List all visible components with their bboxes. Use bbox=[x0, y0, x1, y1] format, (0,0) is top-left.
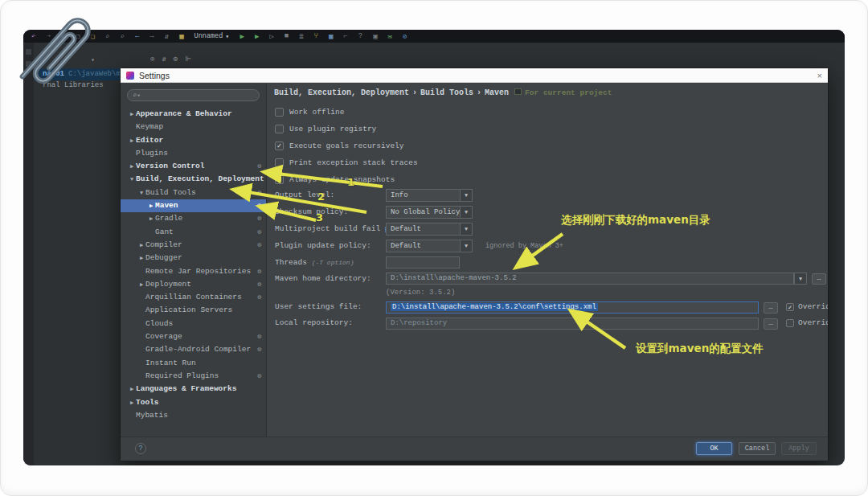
tree-item-version-control[interactable]: ▶Version Control⚙ bbox=[121, 160, 266, 173]
tree-item-instant-run[interactable]: Instant Run bbox=[121, 357, 266, 370]
tree-item-build-tools[interactable]: ▼Build Tools⚙ bbox=[121, 187, 266, 199]
help-icon[interactable]: ? bbox=[358, 32, 362, 40]
tool-windows-icon[interactable]: ≣ bbox=[299, 32, 303, 41]
undo-icon[interactable]: ↶ bbox=[31, 32, 35, 41]
external-libraries-node[interactable]: rnal Libraries bbox=[43, 81, 104, 89]
maven-home-input[interactable]: D:\install\apache-maven-3.5.2 bbox=[386, 273, 794, 285]
checkbox-icon[interactable] bbox=[786, 319, 794, 327]
tree-item-tools[interactable]: ▶Tools bbox=[121, 396, 266, 409]
checkbox-icon[interactable] bbox=[275, 158, 284, 167]
collapse-arrow-icon[interactable]: ▼ bbox=[137, 187, 145, 199]
locate-icon[interactable]: ⊙ bbox=[150, 55, 154, 64]
step-filter-icon[interactable]: ⑂ bbox=[314, 32, 318, 40]
maven-home-browse-button[interactable]: … bbox=[812, 273, 826, 285]
checkbox-icon[interactable] bbox=[275, 125, 284, 133]
tree-item-coverage[interactable]: Coverage⚙ bbox=[121, 330, 266, 343]
local-repository-input[interactable]: D:\repository bbox=[386, 318, 759, 330]
tree-item-build-execution-deployment[interactable]: ▼Build, Execution, Deployment bbox=[121, 173, 266, 186]
tree-item-maven[interactable]: ▶Maven⚙ bbox=[121, 199, 266, 212]
expand-arrow-icon[interactable]: ▶ bbox=[147, 212, 155, 225]
collapse-arrow-icon[interactable]: ▼ bbox=[128, 173, 136, 186]
checkbox-icon[interactable] bbox=[275, 108, 284, 117]
project-structure-icon[interactable]: ▦ bbox=[329, 32, 333, 41]
local-repository-override[interactable]: Override bbox=[786, 318, 828, 327]
tree-item-deployment[interactable]: ▶Deployment⚙ bbox=[121, 278, 266, 291]
checkbox-always-update-snapshots[interactable]: Always update snapshots bbox=[275, 175, 395, 184]
checkbox-checked-icon[interactable]: ✓ bbox=[786, 303, 794, 311]
checkbox-use-plugin-registry[interactable]: Use plugin registry bbox=[275, 125, 376, 133]
cut-icon[interactable]: ✂ bbox=[61, 32, 65, 41]
help-button[interactable]: ? bbox=[135, 443, 146, 454]
combo-caret-icon[interactable]: ▼ bbox=[460, 240, 472, 252]
redo-icon[interactable]: ➝ bbox=[46, 32, 50, 41]
tree-item-keymap[interactable]: Keymap bbox=[121, 121, 266, 133]
plugin-icon[interactable]: ▣ bbox=[373, 32, 377, 41]
hide-panel-icon[interactable]: ⊩ bbox=[185, 55, 191, 64]
expand-arrow-icon[interactable]: ▶ bbox=[147, 199, 155, 212]
tree-item-debugger[interactable]: ▶Debugger bbox=[121, 252, 266, 264]
paste-icon[interactable]: ❏ bbox=[91, 32, 95, 41]
expand-arrow-icon[interactable]: ▶ bbox=[137, 239, 145, 252]
collapse-all-icon[interactable]: ⇵ bbox=[162, 55, 166, 64]
copy-icon[interactable]: ❐ bbox=[76, 32, 80, 41]
run-coverage-icon[interactable]: ▷ bbox=[269, 32, 273, 41]
run-configuration-select[interactable]: Unnamed ▾ bbox=[194, 32, 230, 41]
tree-item-clouds[interactable]: Clouds bbox=[121, 318, 266, 330]
run-icon[interactable]: ▶ bbox=[240, 32, 244, 41]
checkbox-checked-icon[interactable]: ✓ bbox=[275, 141, 284, 150]
close-icon[interactable]: × bbox=[817, 71, 822, 80]
compile-icon[interactable]: ⇵ bbox=[165, 32, 169, 41]
replace-icon[interactable]: ⌕ bbox=[121, 32, 125, 41]
tree-item-application-servers[interactable]: Application Servers bbox=[121, 304, 266, 317]
tree-item-languages-frameworks[interactable]: ▶Languages & Frameworks bbox=[121, 383, 266, 396]
expand-arrow-icon[interactable]: ▶ bbox=[128, 396, 136, 409]
expand-arrow-icon[interactable]: ▶ bbox=[128, 108, 136, 121]
user-settings-input[interactable]: D:\install\apache-maven-3.5.2\conf\setti… bbox=[386, 301, 759, 314]
apply-button[interactable]: Apply bbox=[781, 442, 817, 455]
checkbox-print-exception-stack-traces[interactable]: Print exception stack traces bbox=[275, 158, 418, 167]
local-repository-browse-button[interactable]: … bbox=[764, 318, 778, 330]
expand-arrow-icon[interactable]: ▶ bbox=[128, 160, 136, 173]
forward-icon[interactable]: → bbox=[149, 32, 154, 40]
threads-input[interactable] bbox=[386, 256, 460, 268]
debug-icon[interactable]: ▶ bbox=[255, 32, 259, 41]
offline-icon[interactable]: ⊘ bbox=[403, 32, 407, 41]
expand-arrow-icon[interactable]: ▶ bbox=[137, 278, 145, 291]
tree-item-compiler[interactable]: ▶Compiler⚙ bbox=[121, 239, 266, 252]
output-level-select[interactable]: Info ▼ bbox=[386, 189, 473, 202]
tree-item-required-plugins[interactable]: Required Plugins⚙ bbox=[121, 370, 266, 383]
combo-caret-icon[interactable]: ▼ bbox=[460, 223, 472, 235]
tree-item-plugins[interactable]: Plugins bbox=[121, 147, 266, 160]
expand-arrow-icon[interactable]: ▶ bbox=[137, 252, 145, 264]
mail-icon[interactable]: ✉ bbox=[388, 32, 392, 41]
user-settings-browse-button[interactable]: … bbox=[764, 302, 778, 314]
maven-home-combo-caret-icon[interactable]: ▼ bbox=[794, 273, 807, 285]
project-root-node[interactable]: na001C:\javaWeb\maven bbox=[34, 68, 132, 80]
ok-button[interactable]: OK bbox=[696, 442, 732, 455]
user-settings-override[interactable]: ✓ Override bbox=[786, 302, 828, 311]
expand-arrow-icon[interactable]: ▶ bbox=[128, 134, 136, 147]
checkbox-execute-goals-recursively[interactable]: ✓ Execute goals recursively bbox=[275, 141, 404, 150]
tree-item-gradle-android-compiler[interactable]: Gradle-Android Compiler⚙ bbox=[121, 343, 266, 356]
expand-arrow-icon[interactable]: ▶ bbox=[128, 383, 136, 396]
cancel-button[interactable]: Cancel bbox=[739, 442, 776, 455]
combo-caret-icon[interactable]: ▼ bbox=[460, 207, 472, 218]
project-combo-caret-icon[interactable]: ▾ bbox=[91, 56, 95, 64]
tree-item-gant[interactable]: Gant⚙ bbox=[121, 226, 266, 239]
back-icon[interactable]: ← bbox=[135, 32, 139, 40]
panel-settings-icon[interactable]: ⚙ bbox=[174, 55, 178, 64]
checkbox-icon[interactable] bbox=[275, 175, 284, 184]
tree-item-appearance-behavior[interactable]: ▶Appearance & Behavior bbox=[121, 108, 266, 121]
fail-policy-select[interactable]: Default ▼ bbox=[386, 223, 473, 236]
tree-item-remote-jar-repositories[interactable]: Remote Jar Repositories⚙ bbox=[121, 265, 266, 278]
combo-caret-icon[interactable]: ▼ bbox=[460, 190, 472, 201]
tree-item-editor[interactable]: ▶Editor bbox=[121, 134, 266, 147]
plugin-update-policy-select[interactable]: Default ▼ bbox=[386, 240, 473, 252]
tree-item-mybatis[interactable]: Mybatis bbox=[121, 409, 266, 422]
run-config-icon[interactable]: ▦ bbox=[179, 32, 183, 41]
tree-item-gradle[interactable]: ▶Gradle⚙ bbox=[121, 212, 266, 225]
find-icon[interactable]: ⌕ bbox=[105, 32, 109, 41]
settings-search-input[interactable]: ⌕▾ bbox=[127, 89, 260, 101]
checksum-policy-select[interactable]: No Global Policy ▼ bbox=[386, 206, 473, 219]
terminal-icon[interactable]: ⌐ bbox=[343, 32, 347, 40]
